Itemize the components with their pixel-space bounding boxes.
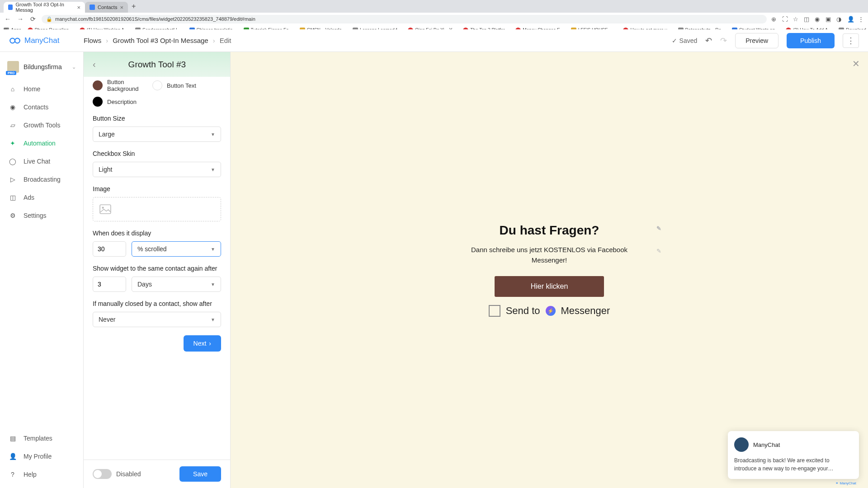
gear-icon: ⚙ [8,211,17,220]
next-button[interactable]: Next› [184,335,221,352]
browser-tab[interactable]: Contacts × [85,2,128,13]
tab-bar: Growth Tool #3 Opt-In Messag × Contacts … [0,0,868,13]
sidebar-item-contacts[interactable]: ◉Contacts [0,98,83,116]
send-to-messenger[interactable]: Send to Messenger [454,305,644,317]
sidebar-item-settings[interactable]: ⚙Settings [0,206,83,225]
sidebar-item-help[interactable]: ?Help [0,465,83,483]
chat-header: ManyChat [734,437,853,452]
nav-bottom: ▤Templates 👤My Profile ?Help [0,425,83,483]
chat-sender: ManyChat [753,441,780,448]
undo-button[interactable]: ↶ [705,36,712,46]
close-preview-button[interactable]: ✕ [852,58,860,69]
edit-icon[interactable]: ✎ [656,247,661,256]
pro-badge: PRO [6,71,16,75]
widget-description[interactable]: Dann schreibe uns jetzt KOSTENLOS via Fa… [454,245,644,265]
ext2-icon[interactable]: ◉ [815,16,821,22]
select-button-size[interactable]: Large▼ [93,127,221,142]
logo[interactable]: ManyChat [9,35,84,47]
widget-title[interactable]: Du hast Fragen? ✎ [454,223,644,238]
translate-icon[interactable]: ⛶ [782,16,788,22]
tab-close-icon[interactable]: × [120,4,123,11]
back-button[interactable]: ← [4,15,12,23]
zoom-icon[interactable]: ⊕ [771,16,778,22]
profile-icon[interactable]: 👤 [847,16,854,22]
ext4-icon[interactable]: ◑ [836,16,843,22]
ext1-icon[interactable]: ◫ [804,16,810,22]
contacts-icon: ◉ [8,103,17,112]
widget-cta-button[interactable]: Hier klicken [495,276,604,297]
save-button[interactable]: Save [179,466,221,482]
color-row: Button Background Button Text [93,79,221,92]
checkbox-icon[interactable] [489,305,500,317]
chevron-down-icon: ▼ [211,282,215,287]
image-upload[interactable] [93,197,221,221]
growth-tools-icon: ▱ [8,121,17,130]
lock-icon: 🔒 [46,16,52,22]
color-button-background[interactable]: Button Background [93,79,143,92]
select-checkbox-skin[interactable]: Light▼ [93,162,221,177]
panel-footer: Disabled Save [84,460,230,488]
publish-button[interactable]: Publish [787,33,835,48]
help-icon: ? [8,470,17,479]
chat-avatar-icon [734,437,749,452]
label-when-display: When does it display [93,230,221,237]
forward-button[interactable]: → [16,15,24,23]
panel-body[interactable]: Button Background Button Text Descriptio… [84,77,230,460]
browser-tab-active[interactable]: Growth Tool #3 Opt-In Messag × [4,2,85,13]
chat-powered-by: ⚭ManyChat [835,481,856,485]
new-tab-button[interactable]: + [128,2,139,10]
redo-button: ↷ [720,36,727,46]
edit-icon[interactable]: ✎ [656,225,661,232]
star-icon[interactable]: ☆ [793,16,799,22]
input-again-value[interactable] [93,277,126,292]
color-button-text[interactable]: Button Text [152,80,196,90]
main-layout: PRO Bildungsfirma ⌄ ⌂Home ◉Contacts ▱Gro… [0,52,868,488]
label-button-size: Button Size [93,115,221,122]
svg-rect-2 [100,205,111,214]
manychat-logo-icon [9,35,21,47]
sidebar-item-my-profile[interactable]: 👤My Profile [0,447,83,465]
widget-preview: Du hast Fragen? ✎ Dann schreibe uns jetz… [454,223,644,317]
label-closed-after: If manually closed by a contact, show af… [93,300,221,307]
panel-header: ‹ Growth Tool #3 [84,52,230,77]
label-checkbox-skin: Checkbox Skin [93,150,221,157]
chevron-right-icon: › [106,37,108,44]
sidebar-item-ads[interactable]: ◫Ads [0,188,83,206]
toggle-label: Disabled [116,470,141,478]
select-again-unit[interactable]: Days▼ [132,277,221,292]
preview-button[interactable]: Preview [735,33,778,48]
sidebar-item-live-chat[interactable]: ◯Live Chat [0,152,83,170]
more-menu-button[interactable]: ⋮ [843,33,859,48]
reload-button[interactable]: ⟳ [29,15,37,23]
manychat-logo-icon: ⚭ [835,481,839,485]
app-header: ManyChat Flows › Growth Tool #3 Opt-In M… [0,29,868,52]
toolbar-icons: ⊕ ⛶ ☆ ◫ ◉ ▣ ◑ 👤 ⋮ [771,16,864,22]
account-switcher[interactable]: PRO Bildungsfirma ⌄ [0,56,83,80]
breadcrumb-current: Edit [220,37,231,44]
svg-point-0 [10,38,15,43]
sidebar: PRO Bildungsfirma ⌄ ⌂Home ◉Contacts ▱Gro… [0,52,84,488]
select-closed-after[interactable]: Never▼ [93,312,221,327]
sidebar-item-home[interactable]: ⌂Home [0,80,83,98]
color-description[interactable]: Description [93,97,137,107]
breadcrumb-item[interactable]: Growth Tool #3 Opt-In Message [113,37,208,44]
input-display-value[interactable] [93,241,126,257]
sidebar-item-templates[interactable]: ▤Templates [0,429,83,447]
chevron-right-icon: › [213,37,215,44]
display-row: % scrolled▼ [93,241,221,257]
chevron-down-icon: ▼ [211,167,215,172]
sidebar-item-automation[interactable]: ✦Automation [0,134,83,152]
chat-notification[interactable]: ManyChat Broadcasting is back! We are ex… [728,431,859,479]
menu-icon[interactable]: ⋮ [858,16,864,22]
sidebar-item-growth-tools[interactable]: ▱Growth Tools [0,116,83,134]
url-field[interactable]: 🔒 manychat.com/fb198150208192061S/cms/fi… [42,15,767,23]
panel-back-button[interactable]: ‹ [93,59,96,70]
svg-point-1 [15,38,20,43]
chevron-down-icon: ▼ [211,132,215,137]
ext3-icon[interactable]: ▣ [826,16,832,22]
sidebar-item-broadcasting[interactable]: ▷Broadcasting [0,170,83,188]
select-display-unit[interactable]: % scrolled▼ [132,241,221,257]
breadcrumb-item[interactable]: Flows [84,37,101,44]
tab-close-icon[interactable]: × [77,4,80,11]
enable-toggle[interactable] [93,469,112,479]
